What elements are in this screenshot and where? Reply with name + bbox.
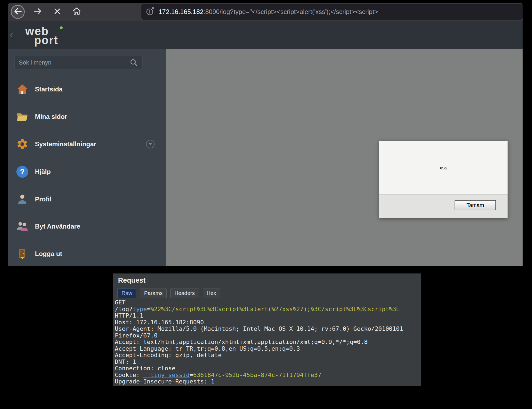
url-bar[interactable]: 172.16.165.182:8090/log?type="</script><… (141, 4, 523, 20)
sidebar-collapse-icon[interactable]: ‹ (10, 29, 13, 41)
raw-line: Host: 172.16.165.182:8090 (115, 319, 419, 326)
raw-line: Connection: close (115, 365, 419, 372)
logo-text-port: port (34, 35, 58, 46)
sidebar-item-hjalp[interactable]: ? Hjälp (8, 164, 166, 180)
home-button[interactable] (70, 6, 83, 18)
sidebar-item-profil[interactable]: Profil (8, 191, 166, 207)
permission-dot-icon (152, 7, 154, 9)
help-icon: ? (16, 166, 28, 178)
sidebar: Startsida Mina sidor Systeminställningar… (8, 49, 166, 266)
alert-ok-button[interactable]: Tamam (455, 200, 496, 210)
tab-raw[interactable]: Raw (117, 289, 136, 298)
app-header: ‹ web port (8, 21, 523, 49)
logout-icon (16, 248, 28, 260)
raw-line: Cookie: __tiny_sessid=6361847c-952b-45ba… (115, 372, 419, 379)
stop-button[interactable] (51, 6, 63, 18)
sidebar-item-systeminstallningar[interactable]: Systeminställningar (8, 136, 166, 152)
close-icon (53, 7, 61, 16)
sidebar-item-label: Mina sidor (35, 113, 67, 120)
raw-line: DNT: 1 (115, 359, 419, 365)
alert-dialog: xss Tamam (379, 141, 508, 218)
request-panel-title: Request (118, 276, 146, 284)
raw-line: /log?type=%22%3C/script%3E%3Cscript%3Eal… (115, 306, 419, 313)
sidebar-item-label: Startsida (35, 86, 63, 93)
raw-line: Accept-Language: tr-TR,tr;q=0.8,en-US;q=… (115, 346, 419, 352)
profile-icon (16, 193, 28, 205)
users-icon (16, 220, 28, 233)
search-input[interactable] (15, 59, 129, 66)
tab-headers[interactable]: Headers (170, 289, 199, 298)
site-info-icon[interactable] (146, 8, 154, 16)
gear-icon (16, 138, 28, 150)
raw-line: Upgrade-Insecure-Requests: 1 (115, 378, 419, 385)
sidebar-item-label: Byt Användare (35, 223, 80, 230)
tab-params[interactable]: Params (140, 289, 167, 298)
sidebar-item-mina-sidor[interactable]: Mina sidor (8, 109, 166, 125)
raw-line: GET (115, 299, 419, 306)
sidebar-item-label: Systeminställningar (35, 140, 96, 148)
sidebar-search (14, 56, 142, 69)
logo-accent-dot (60, 26, 63, 29)
request-tabs: Raw Params Headers Hex (117, 289, 220, 298)
browser-toolbar: 172.16.165.182:8090/log?type="</script><… (8, 3, 523, 21)
alert-footer: Tamam (379, 194, 508, 218)
sidebar-item-startsida[interactable]: Startsida (8, 81, 166, 97)
raw-line: User-Agent: Mozilla/5.0 (Macintosh; Inte… (115, 326, 419, 332)
request-panel: Request Raw Params Headers Hex GET/log?t… (113, 273, 421, 386)
sidebar-item-logga-ut[interactable]: Logga ut (8, 246, 166, 262)
raw-line: Firefox/67.0 (115, 332, 419, 339)
forward-button[interactable] (32, 6, 44, 18)
chevron-down-icon[interactable] (146, 140, 155, 149)
arrow-left-icon (13, 7, 22, 17)
home-icon (16, 83, 28, 95)
raw-line: Accept: text/html,application/xhtml+xml,… (115, 339, 419, 346)
url-path: :8090/log?type="</script><script>alert('… (203, 8, 378, 15)
sidebar-item-label: Hjälp (35, 168, 51, 176)
raw-line: HTTP/1.1 (115, 312, 419, 319)
sidebar-item-label: Profil (35, 195, 51, 203)
url-text: 172.16.165.182:8090/log?type="</script><… (159, 8, 378, 16)
home-icon (72, 6, 81, 17)
arrow-right-icon (33, 7, 42, 17)
search-icon[interactable] (129, 58, 138, 67)
alert-message: xss (440, 165, 447, 171)
folder-icon (16, 111, 28, 123)
tab-hex[interactable]: Hex (203, 289, 220, 298)
app-logo: web port (25, 26, 58, 46)
raw-line: Accept-Encoding: gzip, deflate (115, 352, 419, 359)
back-button[interactable] (11, 5, 25, 19)
sidebar-item-label: Logga ut (35, 250, 62, 258)
request-raw-content: GET/log?type=%22%3C/script%3E%3Cscript%3… (115, 299, 419, 386)
url-host: 172.16.165.182 (159, 8, 203, 15)
sidebar-item-byt-anvandare[interactable]: Byt Användare (8, 218, 166, 234)
